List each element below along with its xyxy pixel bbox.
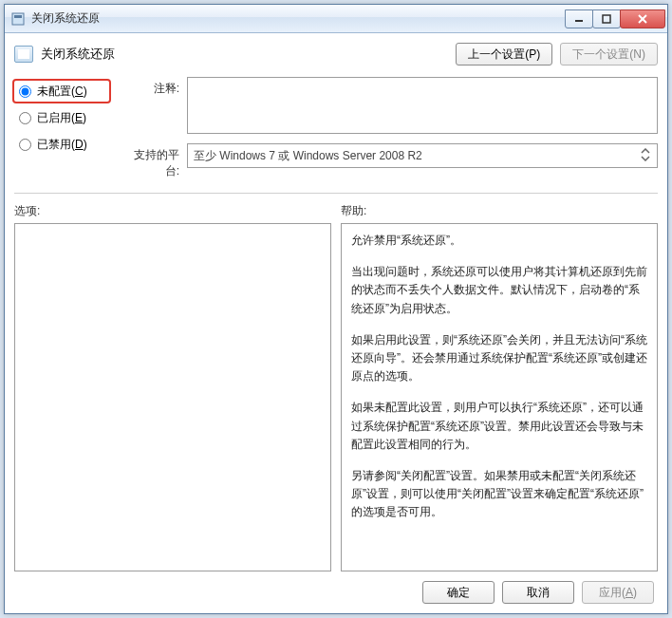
client-area: 关闭系统还原 上一个设置(P) 下一个设置(N) 未配置(C) 已启用(E) 已…	[5, 33, 667, 613]
help-paragraph: 如果启用此设置，则“系统还原”会关闭，并且无法访问“系统还原向导”。还会禁用通过…	[351, 331, 647, 386]
config-area: 未配置(C) 已启用(E) 已禁用(D) 注释: 支持的平台:	[14, 77, 658, 179]
svg-rect-1	[14, 15, 22, 18]
comment-label: 注释:	[122, 77, 179, 97]
radio-disabled-input[interactable]	[19, 139, 31, 151]
previous-setting-button[interactable]: 上一个设置(P)	[456, 43, 552, 66]
svg-rect-0	[12, 13, 24, 25]
radio-enabled-input[interactable]	[19, 112, 31, 124]
help-paragraph: 允许禁用“系统还原”。	[351, 232, 647, 250]
minimize-icon	[574, 14, 584, 24]
separator	[14, 193, 658, 194]
platform-row: 支持的平台: 至少 Windows 7 或 Windows Server 200…	[122, 143, 658, 179]
radio-enabled[interactable]: 已启用(E)	[14, 107, 109, 128]
options-pane[interactable]	[14, 223, 331, 571]
help-paragraph: 如果未配置此设置，则用户可以执行“系统还原”，还可以通过系统保护配置“系统还原”…	[351, 399, 647, 454]
radio-not-configured-input[interactable]	[19, 85, 31, 98]
cancel-button[interactable]: 取消	[502, 581, 574, 604]
nav-buttons: 上一个设置(P) 下一个设置(N)	[456, 43, 658, 66]
fields: 注释: 支持的平台: 至少 Windows 7 或 Windows Server…	[122, 77, 658, 179]
options-label: 选项:	[14, 201, 331, 223]
help-paragraph: 当出现问题时，系统还原可以使用户将其计算机还原到先前的状态而不丢失个人数据文件。…	[351, 263, 647, 318]
panes: 允许禁用“系统还原”。 当出现问题时，系统还原可以使用户将其计算机还原到先前的状…	[14, 223, 658, 571]
help-pane[interactable]: 允许禁用“系统还原”。 当出现问题时，系统还原可以使用户将其计算机还原到先前的状…	[341, 223, 658, 571]
close-button[interactable]	[620, 9, 665, 28]
maximize-icon	[602, 14, 611, 24]
policy-icon	[14, 46, 33, 63]
supported-on-text: 至少 Windows 7 或 Windows Server 2008 R2	[194, 148, 422, 164]
radio-disabled-label: 已禁用(D)	[37, 137, 87, 153]
radio-not-configured[interactable]: 未配置(C)	[14, 81, 109, 102]
comment-row: 注释:	[122, 77, 658, 134]
radio-disabled[interactable]: 已禁用(D)	[14, 134, 109, 155]
help-label: 帮助:	[341, 201, 658, 223]
apply-button: 应用(A)	[582, 581, 654, 604]
platform-label: 支持的平台:	[122, 143, 179, 179]
svg-rect-3	[603, 15, 610, 23]
radio-enabled-label: 已启用(E)	[37, 110, 86, 126]
page-title: 关闭系统还原	[41, 46, 456, 63]
supported-on-box: 至少 Windows 7 或 Windows Server 2008 R2	[187, 143, 658, 168]
footer-buttons: 确定 取消 应用(A)	[14, 571, 658, 606]
window-controls	[566, 9, 665, 28]
help-paragraph: 另请参阅“关闭配置”设置。如果禁用或未配置“关闭系统还原”设置，则可以使用“关闭…	[351, 467, 647, 522]
next-setting-button: 下一个设置(N)	[560, 43, 658, 66]
ok-button[interactable]: 确定	[422, 581, 495, 604]
titlebar[interactable]: 关闭系统还原	[5, 5, 667, 33]
maximize-button[interactable]	[592, 9, 621, 28]
state-radio-group: 未配置(C) 已启用(E) 已禁用(D)	[14, 77, 109, 179]
minimize-button[interactable]	[565, 9, 593, 28]
close-icon	[637, 14, 648, 24]
pane-labels: 选项: 帮助:	[14, 201, 658, 223]
dialog-window: 关闭系统还原 关闭系统还原 上一个设置(P) 下一个设置(N)	[4, 4, 668, 614]
header-row: 关闭系统还原 上一个设置(P) 下一个设置(N)	[14, 43, 658, 66]
chevron-updown-icon[interactable]	[638, 147, 653, 162]
app-icon	[10, 11, 26, 27]
radio-not-configured-label: 未配置(C)	[37, 84, 87, 100]
window-title: 关闭系统还原	[31, 10, 566, 27]
comment-textarea[interactable]	[187, 77, 658, 134]
